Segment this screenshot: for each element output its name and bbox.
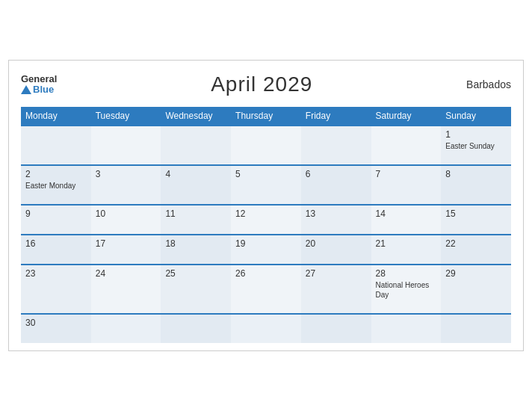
calendar-cell: 20 [301,235,371,265]
calendar-week-row: 30 [21,314,511,343]
day-number: 23 [25,268,87,279]
calendar-cell: 7 [371,165,442,205]
calendar-cell: 26 [231,265,301,314]
day-number: 5 [235,169,297,179]
calendar-cell: 11 [161,205,231,235]
day-number: 12 [235,208,297,219]
weekday-header-row: MondayTuesdayWednesdayThursdayFridaySatu… [21,107,511,126]
calendar-container: General Blue April 2029 Barbados MondayT… [8,60,524,351]
day-event: Easter Monday [25,182,75,190]
day-number: 1 [445,129,507,140]
day-number: 3 [96,169,157,179]
calendar-cell: 8 [441,165,511,205]
day-number: 28 [376,268,437,279]
weekday-monday: Monday [21,107,91,126]
calendar-cell: 27 [301,265,371,314]
calendar-cell: 19 [231,235,301,265]
day-number: 18 [165,238,226,249]
day-number: 30 [25,318,87,328]
calendar-cell: 14 [371,205,442,235]
calendar-cell [231,314,301,343]
calendar-cell: 9 [21,205,91,235]
calendar-cell: 13 [301,205,371,235]
calendar-cell: 28National Heroes Day [371,265,442,314]
day-number: 13 [306,208,367,219]
calendar-cell: 18 [161,235,231,265]
calendar-cell [441,314,511,343]
calendar-cell: 24 [91,265,161,314]
weekday-wednesday: Wednesday [161,107,231,126]
weekday-tuesday: Tuesday [91,107,161,126]
calendar-cell: 1Easter Sunday [441,126,511,165]
calendar-header: General Blue April 2029 Barbados [21,72,511,96]
calendar-cell: 25 [161,265,231,314]
day-number: 2 [25,169,87,179]
day-number: 8 [445,169,507,179]
day-number: 16 [25,238,87,249]
calendar-week-row: 2Easter Monday345678 [21,165,511,205]
day-number: 29 [445,268,507,279]
logo-triangle-icon [21,85,31,94]
day-event: Easter Sunday [445,142,495,150]
day-number: 20 [306,238,367,249]
calendar-cell: 5 [231,165,301,205]
day-number: 22 [445,238,507,249]
weekday-thursday: Thursday [231,107,301,126]
calendar-cell: 4 [161,165,231,205]
day-number: 4 [165,169,226,179]
calendar-grid: MondayTuesdayWednesdayThursdayFridaySatu… [21,107,511,343]
weekday-friday: Friday [301,107,371,126]
weekday-saturday: Saturday [371,107,442,126]
day-number: 21 [376,238,437,249]
calendar-week-row: 9101112131415 [21,205,511,235]
day-event: National Heroes Day [376,281,430,299]
calendar-country: Barbados [466,78,511,90]
calendar-cell: 21 [371,235,442,265]
calendar-cell: 23 [21,265,91,314]
calendar-cell: 2Easter Monday [21,165,91,205]
calendar-cell [91,126,161,165]
calendar-cell [371,314,442,343]
day-number: 7 [376,169,437,179]
calendar-cell [231,126,301,165]
logo-blue-text: Blue [21,84,57,95]
calendar-cell [371,126,442,165]
calendar-week-row: 232425262728National Heroes Day29 [21,265,511,314]
calendar-cell [301,314,371,343]
calendar-title: April 2029 [211,72,312,96]
day-number: 15 [445,208,507,219]
day-number: 10 [96,208,157,219]
day-number: 11 [165,208,226,219]
day-number: 14 [376,208,437,219]
calendar-cell: 17 [91,235,161,265]
calendar-week-row: 1Easter Sunday [21,126,511,165]
calendar-cell [161,126,231,165]
calendar-cell [21,126,91,165]
calendar-cell: 16 [21,235,91,265]
day-number: 9 [25,208,87,219]
calendar-cell: 3 [91,165,161,205]
calendar-cell: 22 [441,235,511,265]
day-number: 19 [235,238,297,249]
day-number: 26 [235,268,297,279]
day-number: 6 [306,169,367,179]
day-number: 27 [306,268,367,279]
calendar-cell [91,314,161,343]
calendar-cell [301,126,371,165]
day-number: 24 [96,268,157,279]
calendar-cell: 6 [301,165,371,205]
calendar-cell: 29 [441,265,511,314]
logo-general-text: General [21,74,57,84]
calendar-cell: 30 [21,314,91,343]
weekday-sunday: Sunday [441,107,511,126]
day-number: 17 [96,238,157,249]
calendar-cell [161,314,231,343]
calendar-cell: 10 [91,205,161,235]
calendar-cell: 12 [231,205,301,235]
day-number: 25 [165,268,226,279]
calendar-week-row: 16171819202122 [21,235,511,265]
logo: General Blue [21,74,57,96]
calendar-cell: 15 [441,205,511,235]
